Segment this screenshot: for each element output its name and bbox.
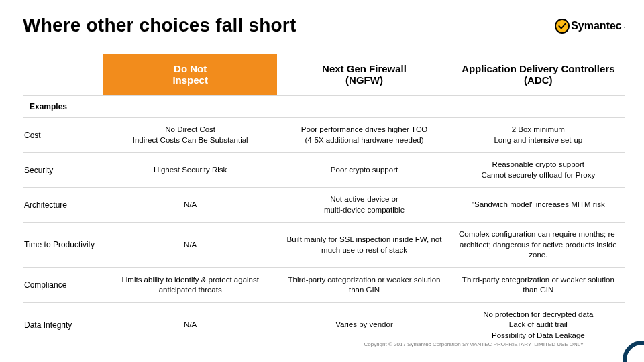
table-row: Examples: [23, 96, 625, 118]
slide: Where other choices fall short Symantec.…: [0, 0, 644, 362]
cell: Limits ability to identify & protect aga…: [103, 267, 277, 302]
table-row: Time to Productivity N/A Built mainly fo…: [23, 223, 625, 268]
cell: Poor crypto support: [277, 153, 451, 188]
table-row: Compliance Limits ability to identify & …: [23, 267, 625, 302]
brand-trademark: .: [624, 23, 625, 29]
column-header-do-not-inspect: Do NotInspect: [103, 54, 277, 96]
cell: Poor performance drives higher TCO(4-5X …: [277, 118, 451, 153]
column-header-adc: Application Delivery Controllers(ADC): [451, 54, 625, 96]
cell: N/A: [103, 302, 277, 347]
row-label-architecture: Architecture: [23, 188, 103, 223]
cell: Built mainly for SSL inspection inside F…: [277, 223, 451, 268]
check-circle-icon: [555, 19, 570, 34]
ring-icon: [623, 341, 644, 362]
row-label-compliance: Compliance: [23, 267, 103, 302]
cell: Third-party categorization or weaker sol…: [277, 267, 451, 302]
cell: N/A: [103, 223, 277, 268]
row-label-cost: Cost: [23, 118, 103, 153]
cell: No Direct CostIndirect Costs Can Be Subs…: [103, 118, 277, 153]
table-row: Security Highest Security Risk Poor cryp…: [23, 153, 625, 188]
column-header-ngfw: Next Gen Firewall(NGFW): [277, 54, 451, 96]
table-row: Architecture N/A Not active-device ormul…: [23, 188, 625, 223]
cell: [451, 96, 625, 118]
cell: Complex configuration can require months…: [451, 223, 625, 268]
cell: 2 Box minimumLong and intensive set-up: [451, 118, 625, 153]
cell: Reasonable crypto supportCannot securely…: [451, 153, 625, 188]
copyright-footer: Copyright © 2017 Symantec Corporation SY…: [364, 341, 584, 347]
cell: [277, 96, 451, 118]
cell: [103, 96, 277, 118]
cell: Highest Security Risk: [103, 153, 277, 188]
table-header-row: Do NotInspect Next Gen Firewall(NGFW) Ap…: [23, 54, 625, 96]
cell: Third-party categorization or weaker sol…: [451, 267, 625, 302]
row-label-security: Security: [23, 153, 103, 188]
brand-name: Symantec: [571, 20, 622, 32]
header-blank: [23, 54, 103, 96]
row-label-examples: Examples: [23, 96, 103, 118]
page-title: Where other choices fall short: [23, 15, 296, 36]
header: Where other choices fall short Symantec.: [23, 15, 625, 36]
row-label-integrity: Data Integrity: [23, 302, 103, 347]
cell: N/A: [103, 188, 277, 223]
cell: "Sandwich model" increases MITM risk: [451, 188, 625, 223]
comparison-table: Do NotInspect Next Gen Firewall(NGFW) Ap…: [23, 54, 625, 347]
corner-decoration: [604, 322, 644, 362]
cell: Not active-device ormulti-device compati…: [277, 188, 451, 223]
brand-logo: Symantec.: [555, 19, 625, 34]
row-label-time: Time to Productivity: [23, 223, 103, 268]
table-row: Cost No Direct CostIndirect Costs Can Be…: [23, 118, 625, 153]
